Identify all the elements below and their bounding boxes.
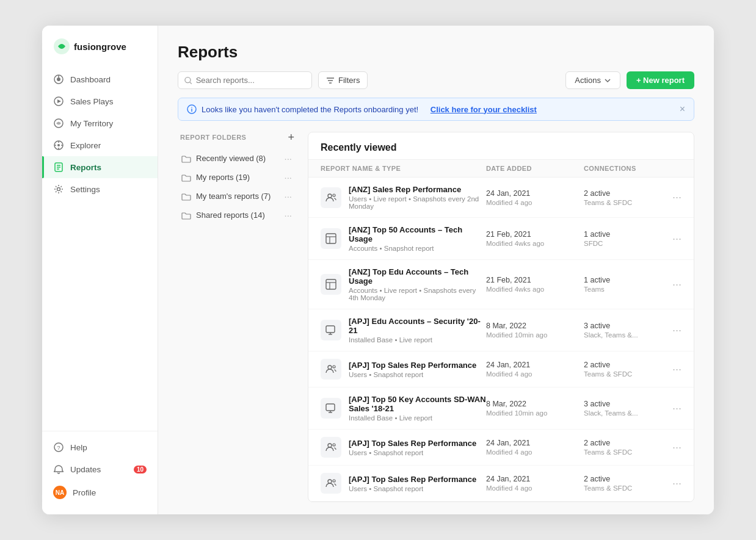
connections-info: 3 active Slack, Teams &... <box>584 322 638 339</box>
svg-rect-33 <box>326 279 336 289</box>
folder-more-my-reports[interactable]: ··· <box>283 172 293 182</box>
table-row[interactable]: [APJ] Edu Accounts – Security '20-21 Ins… <box>308 309 694 351</box>
sidebar-label-my-territory: My Territory <box>70 119 113 128</box>
report-info: [APJ] Edu Accounts – Security '20-21 Ins… <box>321 317 486 344</box>
connections-info: 2 active Teams & SFDC <box>584 189 632 206</box>
report-info-cell: [APJ] Top Sales Rep Performance Users • … <box>321 473 486 494</box>
report-subtext: Installed Base • Live report <box>349 336 486 344</box>
date-cell: 24 Jan, 2021 Modified 4 ago <box>486 189 584 206</box>
report-name: [APJ] Top Sales Rep Performance <box>349 439 476 448</box>
close-icon[interactable]: × <box>680 104 685 114</box>
col-header-date: DATE ADDED <box>486 165 584 172</box>
table-row[interactable]: [ANZ] Top 50 Accounts – Tech Usage Accou… <box>308 218 694 260</box>
report-details: [ANZ] Sales Rep Performance Users • Live… <box>349 185 486 210</box>
row-menu-button[interactable]: ··· <box>672 477 681 490</box>
connections-info: 1 active SFDC <box>584 230 610 247</box>
search-input[interactable] <box>196 76 305 85</box>
add-folder-button[interactable]: + <box>288 132 294 143</box>
logo-icon <box>53 38 70 55</box>
row-menu-button[interactable]: ··· <box>672 363 681 376</box>
search-icon <box>184 76 192 85</box>
folder-item-team-reports[interactable]: My team's reports (7) ··· <box>178 187 297 206</box>
table-header: REPORT NAME & TYPE DATE ADDED CONNECTION… <box>308 160 694 178</box>
main-header: Reports Filters Actions + New report <box>158 26 714 98</box>
row-menu-button[interactable]: ··· <box>672 441 681 454</box>
table-row[interactable]: [APJ] Top Sales Rep Performance Users • … <box>308 466 694 502</box>
date-added: 24 Jan, 2021 <box>486 439 584 447</box>
content-area: REPORT FOLDERS + Recently viewed (8) ···… <box>158 121 714 514</box>
sidebar-bottom: ? Help Updates 10 NA Profile <box>42 431 158 505</box>
folder-label-my-reports: My reports (19) <box>196 173 278 182</box>
sidebar-item-updates[interactable]: Updates 10 <box>42 458 158 480</box>
sidebar-label-dashboard: Dashboard <box>70 75 111 84</box>
svg-point-40 <box>333 365 335 368</box>
sidebar-item-settings[interactable]: Settings <box>42 178 158 200</box>
sidebar-item-profile[interactable]: NA Profile <box>42 480 158 505</box>
folder-item-my-reports[interactable]: My reports (19) ··· <box>178 168 297 187</box>
info-icon <box>187 104 197 114</box>
report-info: [ANZ] Sales Rep Performance Users • Live… <box>321 185 486 210</box>
filter-label: Filters <box>338 76 360 85</box>
search-input-wrap[interactable] <box>178 71 312 89</box>
sidebar-item-sales-plays[interactable]: Sales Plays <box>42 90 158 112</box>
folder-item-recently-viewed[interactable]: Recently viewed (8) ··· <box>178 149 297 168</box>
report-name: [APJ] Edu Accounts – Security '20-21 <box>349 317 486 335</box>
row-menu-button[interactable]: ··· <box>672 278 681 291</box>
sidebar-item-reports[interactable]: Reports <box>42 156 158 178</box>
sidebar-item-dashboard[interactable]: Dashboard <box>42 68 158 90</box>
sidebar-item-help[interactable]: ? Help <box>42 436 158 458</box>
col-header-connections: CONNECTIONS <box>584 165 681 172</box>
sidebar-item-explorer[interactable]: Explorer <box>42 134 158 156</box>
folder-item-shared-reports[interactable]: Shared reports (14) ··· <box>178 206 297 225</box>
logo-text: fusiongrove <box>74 41 126 52</box>
folder-more-team-reports[interactable]: ··· <box>283 191 293 201</box>
filter-button[interactable]: Filters <box>318 71 368 89</box>
report-name: [APJ] Top 50 Key Accounts SD-WAN Sales '… <box>349 395 486 413</box>
connections-cell: 2 active Teams & SFDC ··· <box>584 439 681 456</box>
connections-sub: Teams & SFDC <box>584 484 632 492</box>
row-menu-button[interactable]: ··· <box>672 232 681 245</box>
connections-sub: Teams & SFDC <box>584 448 632 456</box>
table-row[interactable]: [ANZ] Top Edu Accounts – Tech Usage Acco… <box>308 260 694 309</box>
table-row[interactable]: [APJ] Top Sales Rep Performance Users • … <box>308 430 694 466</box>
sidebar-label-sales-plays: Sales Plays <box>70 97 114 106</box>
connections-active: 1 active <box>584 276 610 284</box>
report-subtext: Users • Snapshot report <box>349 371 476 378</box>
territory-icon <box>53 118 64 129</box>
connections-info: 2 active Teams & SFDC <box>584 475 632 492</box>
actions-label: Actions <box>575 76 601 85</box>
date-added: 24 Jan, 2021 <box>486 361 584 369</box>
report-name: [ANZ] Sales Rep Performance <box>349 185 486 194</box>
report-details: [APJ] Top 50 Key Accounts SD-WAN Sales '… <box>349 395 486 422</box>
table-row[interactable]: [APJ] Top Sales Rep Performance Users • … <box>308 351 694 387</box>
report-details: [APJ] Top Sales Rep Performance Users • … <box>349 361 476 378</box>
banner-link[interactable]: Click here for your checklist <box>431 105 537 114</box>
svg-point-45 <box>333 444 335 446</box>
folder-more-shared-reports[interactable]: ··· <box>283 210 293 220</box>
report-type-icon <box>321 437 341 458</box>
report-type-icon <box>321 228 341 249</box>
svg-point-44 <box>328 444 332 447</box>
connections-sub: Slack, Teams &... <box>584 331 638 339</box>
table-row[interactable]: [APJ] Top 50 Key Accounts SD-WAN Sales '… <box>308 387 694 430</box>
new-report-button[interactable]: + New report <box>627 71 694 89</box>
logo: fusiongrove <box>42 38 158 68</box>
connections-active: 2 active <box>584 439 632 447</box>
report-subtext: Users • Live report • Snapshots every 2n… <box>349 195 486 210</box>
sidebar-item-my-territory[interactable]: My Territory <box>42 112 158 134</box>
report-info: [APJ] Top Sales Rep Performance Users • … <box>321 437 486 458</box>
folder-more-recently-viewed[interactable]: ··· <box>283 153 293 164</box>
sidebar-label-updates: Updates <box>70 465 101 474</box>
row-menu-button[interactable]: ··· <box>672 191 681 204</box>
date-cell: 24 Jan, 2021 Modified 4 ago <box>486 361 584 378</box>
actions-button[interactable]: Actions <box>565 71 620 89</box>
report-rows-container: [ANZ] Sales Rep Performance Users • Live… <box>308 178 694 502</box>
date-modified: Modified 4 ago <box>486 484 584 492</box>
table-row[interactable]: [ANZ] Sales Rep Performance Users • Live… <box>308 178 694 218</box>
date-modified: Modified 4 ago <box>486 370 584 378</box>
date-added: 8 Mar, 2022 <box>486 322 584 330</box>
date-modified: Modified 4 ago <box>486 448 584 456</box>
row-menu-button[interactable]: ··· <box>672 324 681 337</box>
explorer-icon <box>53 140 64 151</box>
row-menu-button[interactable]: ··· <box>672 402 681 415</box>
